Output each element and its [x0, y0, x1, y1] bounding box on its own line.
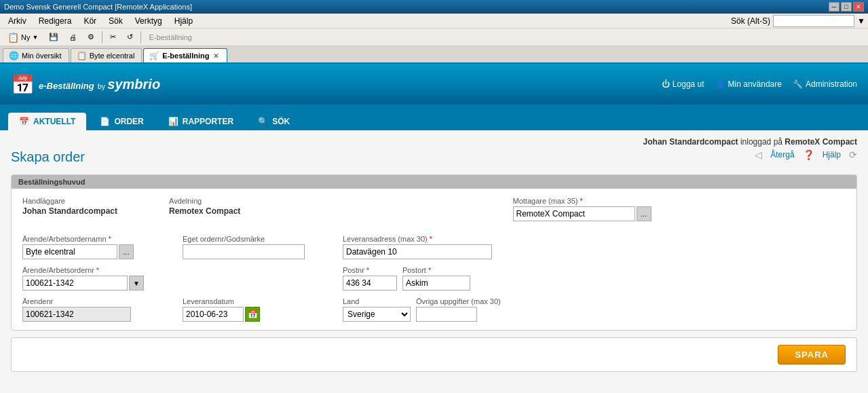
nav-tab-order[interactable]: 📄 ORDER: [89, 113, 154, 130]
save-icon: 💾: [49, 33, 58, 41]
tab-overview-label: Min översikt: [22, 52, 62, 60]
logo-calendar-icon: 📅: [11, 73, 35, 96]
leveransdatum-input[interactable]: [183, 307, 244, 322]
mottagare-label: Mottagare (max 35) *: [513, 197, 846, 205]
atergå-link[interactable]: Återgå: [770, 150, 794, 160]
land-field: Land Sverige: [343, 297, 411, 322]
admin-icon: 🔧: [793, 79, 803, 89]
app-title: Demo Svensk Generell Compact [RemoteX Ap…: [4, 3, 192, 11]
menu-bar: Arkiv Redigera Kör Sök Verktyg Hjälp Sök…: [0, 14, 868, 29]
help-link[interactable]: Hjälp: [823, 150, 841, 160]
form-section: Beställningshuvud Handläggare Johan Stan…: [11, 174, 857, 331]
tab-ebestallning-close[interactable]: ✕: [212, 52, 220, 60]
arende-nr-field: Ärende/Arbetsordernr * ▼: [22, 266, 172, 291]
header-right: ⏻ Logga ut 👤 Min användare 🔧 Administrat…: [662, 79, 857, 89]
arendenr-input: [22, 307, 131, 322]
new-button[interactable]: 📋 Ny ▼: [3, 30, 43, 45]
toolbar-separator: [102, 31, 102, 43]
handlaggare-value: Johan Standardcompact: [22, 206, 158, 216]
land-select[interactable]: Sverige: [343, 307, 411, 322]
empty-cell: [183, 266, 332, 291]
calendar-button[interactable]: 📅: [245, 307, 260, 322]
tab-ebestallning[interactable]: 🛒 E-beställning ✕: [143, 48, 227, 62]
app-container: 📅 e-Beställning by symbrio ⏻ Logga ut 👤 …: [0, 64, 868, 393]
handlaggare-label: Handläggare: [22, 197, 158, 205]
username: Johan Standardcompact: [643, 137, 738, 147]
ovriga-field: Övriga uppgifter (max 30): [416, 297, 501, 322]
mottagare-browse-button[interactable]: …: [637, 206, 652, 221]
nav-order-icon: 📄: [100, 117, 110, 126]
new-label: Ny: [21, 33, 30, 41]
close-button[interactable]: ✕: [853, 2, 864, 12]
postnr-label: Postnr *: [343, 266, 397, 274]
land-input-group: Sverige: [343, 307, 411, 322]
menu-hjalp[interactable]: Hjälp: [169, 15, 198, 27]
ovriga-input[interactable]: [416, 307, 477, 322]
ovriga-label: Övriga uppgifter (max 30): [416, 297, 501, 305]
leveransdatum-field: Leveransdatum 📅: [183, 297, 332, 322]
logo-prefix: e-Beställning: [39, 81, 94, 91]
avdelning-value: Remotex Compact: [169, 206, 502, 216]
tab-byte[interactable]: 📋 Byte elcentral: [71, 48, 143, 62]
page-title: Skapa order: [11, 149, 85, 165]
logout-label: Logga ut: [673, 79, 704, 89]
administration-label: Administration: [806, 79, 857, 89]
nav-aktuellt-icon: 📅: [19, 117, 29, 126]
logout-link[interactable]: ⏻ Logga ut: [662, 79, 704, 89]
menu-sok[interactable]: Sök: [103, 15, 128, 27]
mottagare-input[interactable]: [513, 206, 635, 221]
nav-tab-rapporter[interactable]: 📊 RAPPORTER: [157, 113, 244, 130]
arende-browse-button[interactable]: …: [119, 244, 134, 259]
menu-arkiv[interactable]: Arkiv: [3, 15, 32, 27]
search-input[interactable]: [773, 15, 854, 27]
eget-ordernr-label: Eget ordernr/Godsmärke: [183, 235, 332, 243]
arende-namn-input-group: …: [22, 244, 172, 259]
atergå-label: Återgå: [770, 150, 794, 160]
cut-button[interactable]: ✂: [105, 31, 121, 43]
menu-redigera[interactable]: Redigera: [33, 15, 77, 27]
save-toolbar-button[interactable]: 💾: [44, 31, 63, 43]
tab-overview[interactable]: 🌐 Min översikt: [3, 48, 69, 62]
nav-aktuellt-label: AKTUELLT: [33, 117, 75, 126]
postort-input[interactable]: [402, 276, 470, 291]
title-bar: Demo Svensk Generell Compact [RemoteX Ap…: [0, 0, 868, 14]
search-dropdown-icon[interactable]: ▼: [857, 16, 865, 26]
nav-sok-label: SÖK: [272, 117, 290, 126]
system-name: RemoteX Compact: [785, 137, 857, 147]
postnr-input[interactable]: [343, 276, 397, 291]
spinner-icon: ⟳: [849, 149, 857, 160]
arende-namn-input[interactable]: [22, 244, 117, 259]
refresh-button[interactable]: ↺: [122, 31, 138, 43]
search-label: Sök (Alt-S): [731, 16, 770, 26]
arende-nr-dropdown-button[interactable]: ▼: [129, 276, 144, 291]
administration-link[interactable]: 🔧 Administration: [793, 79, 857, 89]
nav-tab-aktuellt[interactable]: 📅 AKTUELLT: [8, 113, 86, 130]
settings-button[interactable]: ⚙: [83, 31, 99, 43]
land-label: Land: [343, 297, 411, 305]
minimize-button[interactable]: ─: [829, 2, 839, 12]
my-user-link[interactable]: 👤 Min användare: [715, 79, 782, 89]
nav-tabs: 📅 AKTUELLT 📄 ORDER 📊 RAPPORTER 🔍 SÖK: [0, 105, 868, 130]
my-user-label: Min användare: [728, 79, 782, 89]
leveransadress-field: Leveransadress (max 30) *: [343, 235, 846, 259]
nav-order-label: ORDER: [114, 117, 143, 126]
eget-ordernr-input[interactable]: [183, 244, 305, 259]
arende-nr-input-group: ▼: [22, 276, 172, 291]
cut-icon: ✂: [110, 33, 116, 41]
ebestallning-button: E-beställning: [144, 31, 197, 43]
maximize-button[interactable]: □: [841, 2, 852, 12]
print-button[interactable]: 🖨: [64, 31, 81, 43]
tab-byte-label: Byte elcentral: [90, 52, 135, 60]
form-section-body: Handläggare Johan Standardcompact Avdeln…: [12, 189, 856, 330]
arende-nr-input[interactable]: [22, 276, 128, 291]
arende-namn-field: Ärende/Arbetsordernamn * …: [22, 235, 172, 259]
leveransadress-input[interactable]: [343, 244, 492, 259]
save-button[interactable]: SPARA: [778, 345, 846, 364]
menu-verktyg[interactable]: Verktyg: [130, 15, 168, 27]
arendenr-label: Ärendenr: [22, 297, 172, 305]
leveransdatum-label: Leveransdatum: [183, 297, 332, 305]
nav-tab-sok[interactable]: 🔍 SÖK: [247, 113, 301, 130]
form-section-header: Beställningshuvud: [12, 175, 856, 189]
menu-kor[interactable]: Kör: [78, 15, 102, 27]
tab-byte-icon: 📋: [77, 51, 87, 60]
